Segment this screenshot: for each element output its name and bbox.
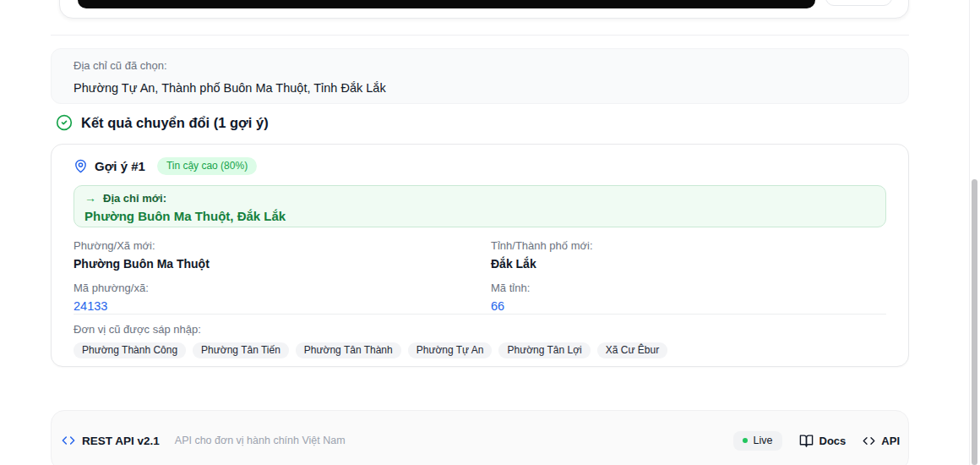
live-status-badge: Live — [733, 431, 782, 451]
suggestion-header: Gợi ý #1 Tin cậy cao (80%) — [74, 156, 886, 175]
submit-button[interactable] — [825, 0, 892, 6]
new-address-label: Địa chỉ mới: — [103, 192, 166, 205]
book-open-icon — [799, 434, 814, 448]
merged-unit-tag: Phường Tân Tiến — [193, 342, 289, 358]
results-heading: Kết quả chuyển đổi (1 gợi ý) — [56, 114, 269, 131]
old-address-label: Địa chỉ cũ đã chọn: — [74, 59, 886, 73]
footer-brand: REST API v2.1 API cho đơn vị hành chính … — [62, 434, 346, 447]
suggestion-card: Gợi ý #1 Tin cậy cao (80%) → Địa chỉ mới… — [51, 144, 909, 367]
results-heading-text: Kết quả chuyển đổi (1 gợi ý) — [81, 115, 269, 131]
api-link-label: API — [881, 435, 900, 447]
merged-units-label: Đơn vị cũ được sáp nhập: — [74, 323, 886, 336]
scrollbar-thumb[interactable] — [972, 179, 977, 465]
map-pin-icon — [74, 159, 88, 173]
docs-link[interactable]: Docs — [799, 434, 847, 448]
field-label: Mã tỉnh: — [491, 282, 886, 295]
old-address-value: Phường Tự An, Thành phố Buôn Ma Thuột, T… — [74, 80, 886, 96]
merged-unit-tag: Phường Tân Thành — [296, 342, 401, 358]
merged-units-list: Phường Thành Công Phường Tân Tiến Phường… — [74, 342, 886, 358]
new-address-value: Phường Buôn Ma Thuột, Đắk Lắk — [84, 209, 875, 224]
field-province-code: Mã tỉnh: 66 — [491, 282, 886, 314]
field-label: Mã phường/xã: — [74, 282, 491, 295]
new-address-panel: → Địa chỉ mới: Phường Buôn Ma Thuột, Đắk… — [74, 185, 886, 227]
old-address-panel: Địa chỉ cũ đã chọn: Phường Tự An, Thành … — [51, 48, 909, 104]
docs-link-label: Docs — [819, 435, 847, 447]
selected-address-bar[interactable] — [78, 0, 815, 8]
footer-links: Live Docs API — [733, 431, 900, 451]
field-new-province: Tỉnh/Thành phố mới: Đắk Lắk — [491, 239, 886, 271]
check-circle-icon — [56, 114, 73, 131]
merged-unit-tag: Phường Thành Công — [74, 342, 186, 358]
field-ward-code: Mã phường/xã: 24133 — [74, 282, 491, 314]
merged-unit-tag: Phường Tân Lợi — [498, 342, 590, 358]
merged-unit-tag: Xã Cư Êbur — [597, 342, 667, 358]
live-dot-icon — [743, 438, 748, 443]
field-label: Tỉnh/Thành phố mới: — [491, 239, 886, 253]
code-icon — [863, 435, 875, 447]
arrow-right-icon: → — [84, 192, 96, 205]
suggestion-fields: Phường/Xã mới: Phường Buôn Ma Thuột Tỉnh… — [74, 239, 886, 314]
footer-subtitle: API cho đơn vị hành chính Việt Nam — [175, 435, 346, 446]
field-value: Đắk Lắk — [491, 256, 886, 271]
ward-code-value: 24133 — [74, 298, 491, 314]
field-value: Phường Buôn Ma Thuột — [74, 256, 491, 271]
scrollbar-track — [969, 0, 970, 465]
code-icon — [62, 434, 75, 447]
field-label: Phường/Xã mới: — [74, 239, 491, 253]
card-divider — [74, 314, 886, 315]
footer: REST API v2.1 API cho đơn vị hành chính … — [51, 410, 909, 465]
api-link[interactable]: API — [863, 435, 900, 447]
section-divider — [51, 35, 909, 36]
live-status-text: Live — [754, 435, 773, 446]
suggestion-title: Gợi ý #1 — [95, 159, 145, 173]
footer-title: REST API v2.1 — [82, 435, 160, 447]
province-code-value: 66 — [491, 298, 886, 314]
new-address-label-row: → Địa chỉ mới: — [84, 192, 875, 205]
merged-unit-tag: Phường Tự An — [408, 342, 493, 358]
confidence-badge: Tin cậy cao (80%) — [157, 157, 257, 175]
field-new-ward: Phường/Xã mới: Phường Buôn Ma Thuột — [74, 239, 491, 271]
